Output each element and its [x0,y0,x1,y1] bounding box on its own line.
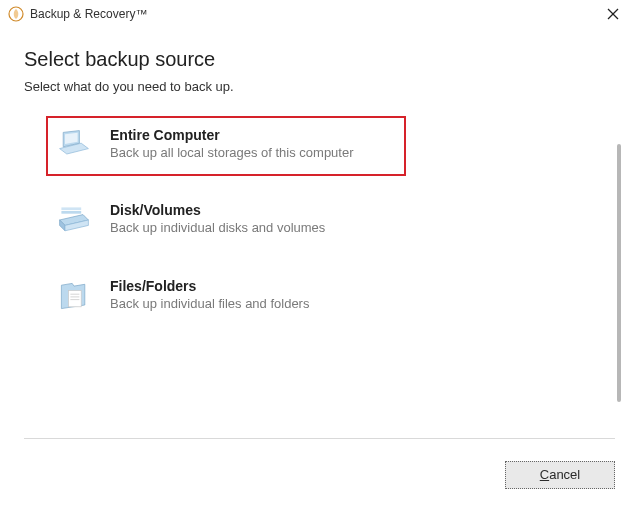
option-text: Disk/Volumes Back up individual disks an… [110,202,325,235]
computer-icon [56,127,92,163]
option-files-folders[interactable]: Files/Folders Back up individual files a… [46,266,406,328]
option-desc: Back up all local storages of this compu… [110,145,354,160]
option-title: Entire Computer [110,127,354,143]
content-area: Select backup source Select what do you … [0,28,639,509]
svg-rect-12 [69,291,82,307]
scrollbar[interactable] [617,144,621,402]
cancel-button[interactable]: Cancel [505,461,615,489]
source-options: Entire Computer Back up all local storag… [24,116,615,328]
titlebar: Backup & Recovery™ [0,0,639,28]
option-desc: Back up individual files and folders [110,296,309,311]
option-title: Files/Folders [110,278,309,294]
close-button[interactable] [593,0,633,28]
disk-icon [56,202,92,238]
option-title: Disk/Volumes [110,202,325,218]
option-text: Files/Folders Back up individual files a… [110,278,309,311]
footer: Cancel [505,461,615,489]
app-icon [8,6,24,22]
option-text: Entire Computer Back up all local storag… [110,127,354,160]
cancel-rest: ancel [549,467,580,482]
svg-rect-10 [61,207,81,210]
svg-rect-9 [61,211,81,214]
footer-separator [24,438,615,439]
cancel-accel: C [540,467,549,482]
option-entire-computer[interactable]: Entire Computer Back up all local storag… [46,116,406,176]
option-desc: Back up individual disks and volumes [110,220,325,235]
page-subtitle: Select what do you need to back up. [24,79,615,94]
folder-icon [56,278,92,314]
page-title: Select backup source [24,48,615,71]
option-disk-volumes[interactable]: Disk/Volumes Back up individual disks an… [46,190,406,252]
app-title: Backup & Recovery™ [30,7,593,21]
